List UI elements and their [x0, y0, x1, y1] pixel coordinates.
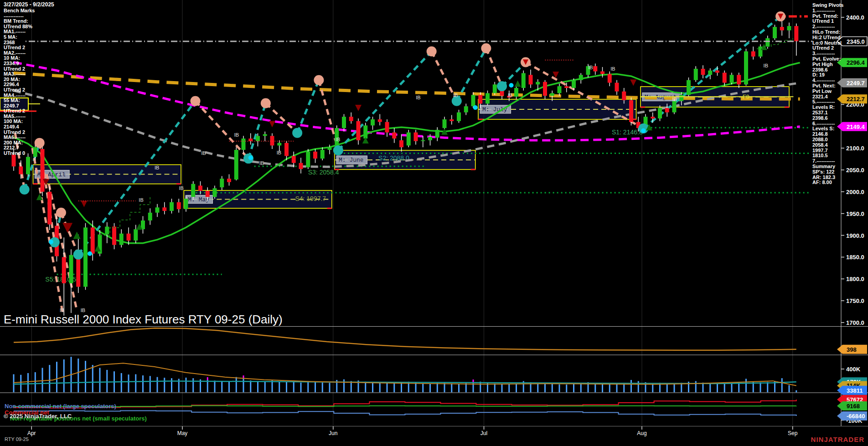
volume-bar	[458, 384, 460, 392]
swing-line	[266, 103, 297, 133]
volume-bar	[13, 374, 15, 392]
down-triangle-marker	[269, 121, 275, 127]
volume-bar	[286, 382, 287, 392]
candle	[421, 136, 425, 147]
pivot-low-marker	[292, 128, 302, 138]
pivot-high-marker	[35, 138, 45, 148]
volume-bar	[494, 384, 496, 392]
left-panel-line: MA3.------	[4, 72, 35, 77]
volume-bar	[566, 384, 567, 392]
axis-tick-label: 1900.0	[846, 232, 864, 239]
candle	[320, 147, 325, 160]
candle	[715, 66, 719, 76]
candle	[687, 77, 691, 97]
left-panel-line: 2149.4	[4, 124, 35, 130]
candle	[392, 128, 396, 143]
chart-title: E-mini Russell 2000 Index Futures RTY 09…	[4, 313, 283, 327]
pivot-high-marker	[314, 75, 324, 85]
volume-bar	[387, 382, 388, 392]
right-panel-line: Hi:2 UTrend	[812, 35, 843, 41]
right-panel-line: 2398.6	[812, 116, 843, 121]
volume-bar	[250, 380, 251, 392]
up-triangle-marker	[36, 194, 43, 200]
volume-bar	[594, 384, 596, 392]
volume-bar	[552, 384, 553, 392]
down-triangle-marker	[630, 80, 636, 86]
signal-dot	[509, 83, 513, 87]
candle	[694, 66, 698, 82]
volume-bar	[343, 379, 345, 392]
volume-bar	[307, 381, 309, 392]
support-level-label: S2: 2088.0	[378, 154, 409, 162]
candle	[170, 199, 174, 214]
price-badge: 33811	[837, 386, 867, 395]
ib-label: IB	[453, 92, 458, 98]
volume-bar	[559, 384, 560, 392]
volume-bar	[171, 378, 172, 392]
candle	[62, 237, 66, 315]
volume-bar	[42, 368, 43, 392]
pivot-low-marker	[20, 185, 30, 195]
ib-label: IB	[336, 137, 340, 142]
candle	[47, 186, 52, 230]
volume-bar	[429, 384, 431, 392]
volume-bar	[709, 384, 711, 392]
volume-bar	[724, 383, 725, 392]
candle	[730, 73, 734, 85]
volume-bar	[236, 377, 237, 392]
candle	[615, 80, 619, 95]
down-triangle-marker	[62, 223, 72, 233]
candle	[723, 71, 727, 86]
candle	[306, 149, 310, 169]
candle	[593, 63, 597, 75]
volume-bar	[580, 384, 582, 392]
ninjatrader-chart-window: M: AprilM: MayM: JuneM: JulyM: AugustS1:…	[0, 0, 868, 446]
volume-bar	[272, 380, 273, 392]
candle	[371, 117, 375, 130]
month-axis-label: May	[177, 430, 188, 436]
right-panel-line: 2088.0	[812, 137, 843, 143]
candle	[83, 223, 88, 290]
candle	[543, 80, 547, 99]
svg-text:9168: 9168	[847, 403, 860, 410]
candle	[514, 86, 518, 99]
candle	[26, 154, 30, 177]
svg-text:-66840: -66840	[847, 413, 865, 420]
volume-bar	[465, 383, 467, 392]
volume-bar	[516, 384, 517, 392]
down-triangle-marker	[81, 201, 87, 207]
pivot-low-marker	[73, 250, 83, 260]
support-level-label: S3: 2058.4	[308, 169, 339, 176]
volume-bar	[437, 383, 438, 392]
candle	[708, 68, 712, 79]
volume-bar	[56, 362, 57, 392]
svg-text:2149.4: 2149.4	[847, 123, 865, 130]
volume-bar	[544, 383, 546, 392]
signal-dot	[88, 251, 92, 256]
candle	[220, 176, 224, 190]
candle	[759, 44, 763, 58]
benchmarks-info-panel: Bench Marks------------BM Trend:UTrend 8…	[4, 8, 35, 156]
up-triangle-marker	[73, 232, 81, 239]
range-indicator-line	[14, 328, 796, 350]
volume-bar	[393, 383, 395, 392]
volume-bar	[451, 384, 452, 392]
volume-bar	[150, 376, 151, 392]
ib-label: IB	[179, 185, 184, 191]
candle	[119, 229, 124, 247]
svg-text:2249.7: 2249.7	[847, 80, 865, 87]
month-axis-label: Sep	[788, 430, 797, 436]
ib-label: IB	[672, 97, 677, 102]
volume-bar	[379, 383, 381, 392]
candle	[248, 133, 253, 145]
legend-noncommercial-net: Non-commercial net (large speculators)	[5, 403, 116, 410]
candle	[162, 202, 166, 215]
volume-bar	[49, 365, 50, 392]
pivot-high-marker	[190, 96, 200, 106]
axis-tick-label: 1800.0	[846, 276, 864, 282]
candle	[701, 65, 705, 78]
candle	[134, 225, 138, 243]
price-chart-canvas[interactable]: M: AprilM: MayM: JuneM: JulyM: AugustS1:…	[0, 0, 868, 446]
volume-bar	[135, 374, 136, 392]
volume-bar	[243, 378, 244, 392]
